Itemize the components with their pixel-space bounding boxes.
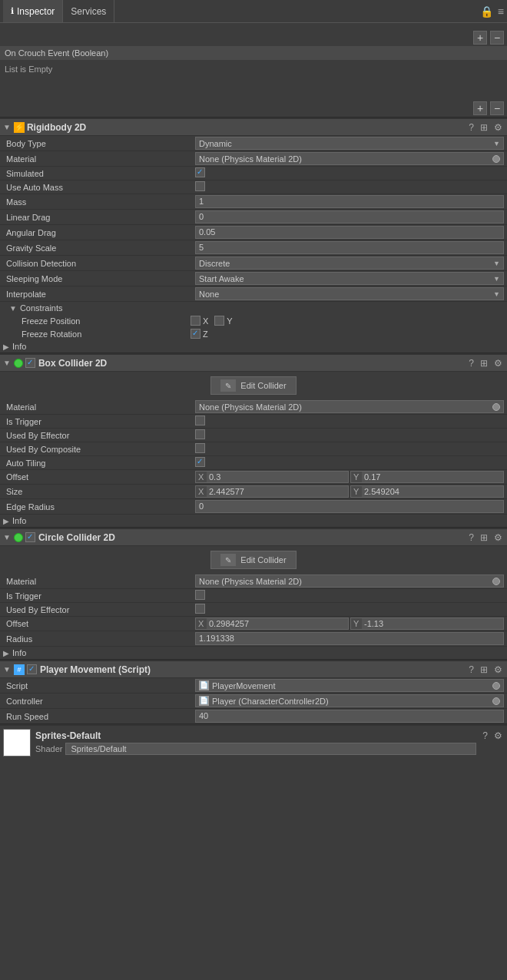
- linear-drag-value[interactable]: 0: [195, 210, 504, 223]
- use-auto-mass-checkbox[interactable]: [195, 181, 205, 191]
- controller-label: Controller: [3, 697, 195, 706]
- sleeping-mode-label: Sleeping Mode: [3, 274, 195, 283]
- box-offset-y-val[interactable]: 0.17: [362, 472, 383, 482]
- box-used-by-composite-label: Used By Composite: [3, 445, 195, 454]
- player-movement-collapse-arrow[interactable]: ▼: [3, 665, 11, 674]
- box-used-by-composite-checkbox[interactable]: [195, 443, 205, 453]
- rb-material-value[interactable]: None (Physics Material 2D): [195, 152, 504, 165]
- interpolate-value: None ▼: [195, 287, 504, 300]
- linear-drag-row: Linear Drag 0: [0, 210, 507, 225]
- circle-collider2d-settings-btn[interactable]: ⚙: [492, 532, 504, 543]
- rigidbody2d-info-row[interactable]: ▶ Info: [0, 340, 507, 353]
- gravity-scale-value[interactable]: 5: [195, 241, 504, 254]
- tab-services[interactable]: Services: [63, 0, 114, 22]
- box-collider2d-enable-checkbox[interactable]: [25, 358, 35, 368]
- box-collider2d-settings-btn[interactable]: ⚙: [492, 358, 504, 369]
- mass-value[interactable]: 1: [195, 195, 504, 208]
- circle-edit-collider-text: Edit Collider: [240, 555, 286, 564]
- event-add-button[interactable]: +: [473, 31, 487, 45]
- box-collider2d-info-row[interactable]: ▶ Info: [0, 515, 507, 527]
- player-movement-select-btn[interactable]: ⊞: [479, 664, 489, 675]
- player-movement-docs-btn[interactable]: ?: [467, 664, 476, 675]
- rigidbody2d-settings-btn[interactable]: ⚙: [492, 122, 504, 133]
- freeze-pos-y-label: Y: [227, 316, 232, 326]
- box-material-picker[interactable]: [492, 403, 500, 411]
- box-size-xy: X 2.442577 Y 2.549204: [195, 485, 504, 498]
- box-auto-tiling-checkbox[interactable]: [195, 457, 205, 467]
- box-edit-collider-button[interactable]: ✎ Edit Collider: [210, 376, 296, 395]
- box-used-by-effector-value: [195, 429, 504, 441]
- event-add-bottom-button[interactable]: +: [473, 101, 487, 115]
- box-collider2d-docs-btn[interactable]: ?: [467, 358, 476, 369]
- event-section: + − On Crouch Event (Boolean) List is Em…: [0, 23, 507, 118]
- circle-used-by-effector-checkbox[interactable]: [195, 604, 205, 614]
- collision-detection-text: Discrete: [199, 259, 230, 268]
- script-value[interactable]: 📄 PlayerMovement: [195, 679, 504, 692]
- player-movement-settings-btn[interactable]: ⚙: [492, 664, 504, 675]
- run-speed-value[interactable]: 40: [195, 710, 504, 723]
- box-collider2d-header-btns: ? ⊞ ⚙: [467, 358, 504, 369]
- box-is-trigger-checkbox[interactable]: [195, 416, 205, 425]
- interpolate-dropdown[interactable]: None ▼: [195, 287, 504, 300]
- script-picker[interactable]: [492, 682, 500, 690]
- box-material-text: None (Physics Material 2D): [199, 402, 302, 412]
- circle-collider2d-select-btn[interactable]: ⊞: [479, 532, 489, 543]
- player-movement-enable-checkbox[interactable]: [27, 664, 37, 674]
- box-offset-x-label: X: [196, 472, 207, 482]
- interpolate-arrow: ▼: [493, 290, 500, 298]
- circle-collider2d-enable-checkbox[interactable]: [25, 532, 35, 542]
- freeze-pos-x-checkbox[interactable]: [191, 316, 200, 326]
- box-material-row: Material None (Physics Material 2D): [0, 399, 507, 415]
- box-collider2d-collapse-arrow[interactable]: ▼: [3, 359, 11, 367]
- rb-material-picker[interactable]: [492, 155, 500, 163]
- circle-offset-x-val[interactable]: 0.2984257: [207, 618, 251, 629]
- event-remove-bottom-button[interactable]: −: [490, 101, 504, 115]
- rigidbody2d-docs-btn[interactable]: ?: [467, 122, 476, 133]
- circle-is-trigger-checkbox[interactable]: [195, 590, 205, 600]
- box-offset-value: X 0.3 Y 0.17: [195, 471, 504, 483]
- circle-edit-collider-button[interactable]: ✎ Edit Collider: [210, 551, 296, 569]
- rigidbody2d-select-btn[interactable]: ⊞: [479, 122, 489, 133]
- sprites-docs-btn[interactable]: ?: [481, 730, 489, 741]
- circle-collider2d-section: ▼ Circle Collider 2D ? ⊞ ⚙ ✎ Edit Collid…: [0, 528, 507, 660]
- collision-detection-dropdown[interactable]: Discrete ▼: [195, 257, 504, 270]
- angular-drag-value[interactable]: 0.05: [195, 226, 504, 239]
- box-size-row: Size X 2.442577 Y 2.549204: [0, 485, 507, 499]
- lock-icon[interactable]: 🔒: [480, 5, 493, 18]
- sleeping-mode-dropdown[interactable]: Start Awake ▼: [195, 272, 504, 285]
- box-size-y-val[interactable]: 2.549204: [362, 486, 402, 497]
- box-edge-radius-value[interactable]: 0: [195, 500, 504, 513]
- box-offset-xy: X 0.3 Y 0.17: [195, 471, 504, 483]
- controller-picker[interactable]: [492, 697, 500, 705]
- circle-used-by-effector-row: Used By Effector: [0, 603, 507, 617]
- box-collider2d-select-btn[interactable]: ⊞: [479, 358, 489, 369]
- box-size-x-val[interactable]: 2.442577: [207, 486, 247, 497]
- script-file-icon: 📄: [199, 680, 209, 690]
- use-auto-mass-row: Use Auto Mass: [0, 180, 507, 194]
- body-type-dropdown[interactable]: Dynamic ▼: [195, 137, 504, 150]
- freeze-pos-y-checkbox[interactable]: [214, 316, 224, 326]
- sprites-settings-btn[interactable]: ⚙: [492, 730, 504, 741]
- box-offset-x-val[interactable]: 0.3: [207, 472, 223, 482]
- menu-icon[interactable]: ≡: [498, 5, 504, 18]
- circle-collider2d-docs-btn[interactable]: ?: [467, 532, 476, 543]
- circle-offset-y-val[interactable]: -1.13: [362, 618, 386, 629]
- collision-detection-arrow: ▼: [493, 260, 500, 267]
- controller-value[interactable]: 📄 Player (CharacterController2D): [195, 694, 504, 707]
- circle-material-picker[interactable]: [492, 578, 500, 585]
- simulated-checkbox[interactable]: [195, 167, 205, 177]
- freeze-rot-z-checkbox[interactable]: [191, 329, 200, 339]
- box-offset-row: Offset X 0.3 Y 0.17: [0, 470, 507, 485]
- box-used-by-effector-checkbox[interactable]: [195, 429, 205, 439]
- circle-collider2d-info-row[interactable]: ▶ Info: [0, 647, 507, 659]
- tab-inspector[interactable]: ℹ Inspector: [3, 0, 63, 22]
- box-material-value[interactable]: None (Physics Material 2D): [195, 400, 504, 413]
- circle-material-value[interactable]: None (Physics Material 2D): [195, 574, 504, 588]
- event-remove-button[interactable]: −: [490, 31, 504, 45]
- freeze-rotation-label: Freeze Rotation: [22, 329, 191, 339]
- circle-radius-value[interactable]: 1.191338: [195, 632, 504, 645]
- constraints-header[interactable]: ▼ Constraints: [0, 302, 507, 314]
- rigidbody2d-collapse-arrow[interactable]: ▼: [3, 123, 11, 131]
- shader-dropdown[interactable]: Sprites/Default: [65, 743, 476, 755]
- circle-collider2d-collapse-arrow[interactable]: ▼: [3, 533, 11, 541]
